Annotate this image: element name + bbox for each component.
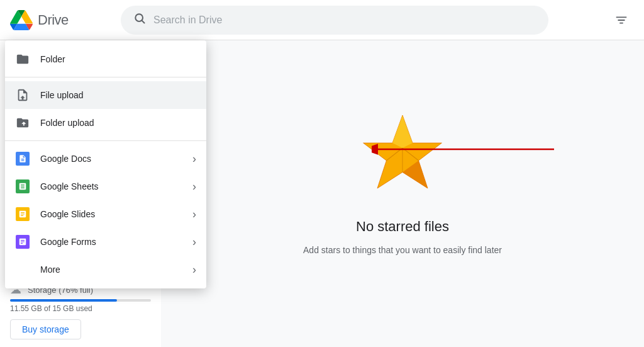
empty-state-title: No starred files — [356, 219, 449, 235]
menu-item-google-forms[interactable]: Google Forms › — [5, 228, 206, 256]
content-area: No starred files Add stars to things tha… — [161, 40, 644, 347]
chevron-right-icon-3: › — [192, 208, 196, 221]
menu-item-folder-upload-label: Folder upload — [40, 118, 196, 128]
chevron-right-icon-4: › — [192, 236, 196, 249]
menu-item-folder-upload[interactable]: Folder upload — [5, 109, 206, 137]
menu-item-google-sheets[interactable]: Google Sheets › — [5, 173, 206, 200]
drive-logo-icon — [10, 9, 33, 31]
red-arrow-annotation — [372, 140, 560, 159]
menu-item-google-forms-label: Google Forms — [40, 237, 182, 247]
google-docs-icon — [15, 151, 30, 166]
filter-icon-button[interactable] — [609, 8, 634, 33]
header-right — [609, 8, 634, 33]
folder-upload-icon — [15, 115, 30, 130]
search-bar[interactable]: Search in Drive — [121, 6, 548, 35]
menu-item-file-upload[interactable]: File upload — [5, 81, 206, 109]
header: Drive Search in Drive — [0, 0, 644, 40]
svg-line-1 — [142, 21, 145, 23]
file-upload-icon — [15, 88, 30, 103]
search-icon — [133, 12, 146, 28]
chevron-right-icon-2: › — [192, 180, 196, 193]
storage-bar-fill — [10, 299, 117, 302]
menu-item-folder-label: Folder — [40, 54, 196, 64]
menu-item-more[interactable]: More › — [5, 256, 206, 283]
empty-state-subtitle: Add stars to things that you want to eas… — [303, 245, 502, 255]
menu-item-more-label: More — [40, 265, 182, 275]
menu-item-google-docs[interactable]: Google Docs › — [5, 145, 206, 173]
storage-area: ☁ Storage (76% full) 11.55 GB of 15 GB u… — [10, 283, 151, 339]
logo-area: Drive — [10, 9, 111, 31]
sidebar: Folder File upload — [0, 40, 161, 347]
menu-item-folder[interactable]: Folder — [5, 45, 206, 73]
menu-divider-1 — [5, 77, 206, 77]
google-slides-icon — [15, 207, 30, 222]
buy-storage-button[interactable]: Buy storage — [10, 319, 81, 339]
storage-usage-text: 11.55 GB of 15 GB used — [10, 304, 151, 313]
menu-item-google-sheets-label: Google Sheets — [40, 181, 182, 191]
menu-item-google-slides[interactable]: Google Slides › — [5, 200, 206, 228]
main-layout: Folder File upload — [0, 40, 644, 347]
more-icon — [15, 262, 30, 277]
menu-item-google-docs-label: Google Docs — [40, 154, 182, 164]
search-placeholder: Search in Drive — [153, 14, 536, 26]
folder-icon — [15, 52, 30, 67]
chevron-right-icon-5: › — [192, 263, 196, 276]
app-title: Drive — [38, 12, 69, 28]
menu-item-google-slides-label: Google Slides — [40, 209, 182, 219]
menu-divider-2 — [5, 140, 206, 141]
google-sheets-icon — [15, 179, 30, 194]
menu-item-file-upload-label: File upload — [40, 90, 196, 100]
empty-state: No starred files Add stars to things tha… — [303, 108, 502, 255]
chevron-right-icon: › — [192, 152, 196, 166]
google-forms-icon — [15, 234, 30, 249]
new-dropdown-menu: Folder File upload — [5, 40, 206, 288]
storage-bar — [10, 299, 151, 302]
